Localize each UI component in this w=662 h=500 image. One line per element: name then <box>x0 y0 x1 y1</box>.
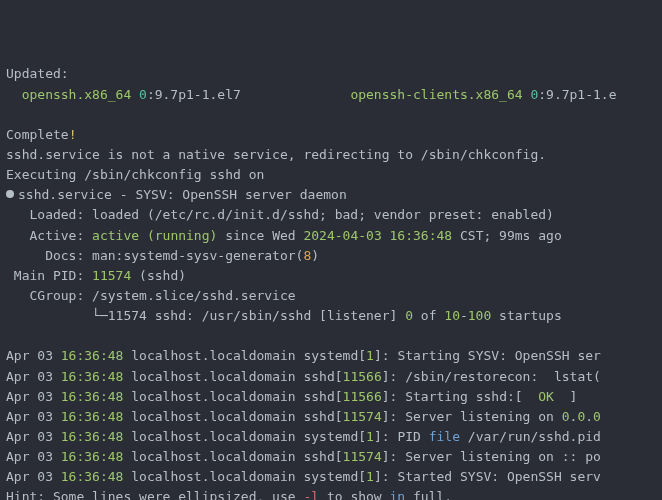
log-line-3: Apr 03 16:36:48 localhost.localdomain ss… <box>6 389 577 404</box>
terminal-output: Updated: openssh.x86_64 0:9.7p1-1.el7 op… <box>0 40 662 500</box>
line-active: Active: active (running) since Wed 2024-… <box>6 228 562 243</box>
line-mainpid: Main PID: 11574 (sshd) <box>6 268 186 283</box>
log-line-4: Apr 03 16:36:48 localhost.localdomain ss… <box>6 409 601 424</box>
line-hint: Hint: Some lines were ellipsized, use -l… <box>6 489 452 500</box>
line-exec: Executing /sbin/chkconfig sshd on <box>6 167 264 182</box>
line-loaded: Loaded: loaded (/etc/rc.d/init.d/sshd; b… <box>6 207 554 222</box>
log-line-7: Apr 03 16:36:48 localhost.localdomain sy… <box>6 469 601 484</box>
line-complete: Complete! <box>6 127 76 142</box>
line-cgroup: CGroup: /system.slice/sshd.service <box>6 288 296 303</box>
line-docs: Docs: man:systemd-sysv-generator(8) <box>6 248 319 263</box>
line-redirect: sshd.service is not a native service, re… <box>6 147 546 162</box>
log-line-5: Apr 03 16:36:48 localhost.localdomain sy… <box>6 429 601 444</box>
line-unit: sshd.service - SYSV: OpenSSH server daem… <box>6 187 347 202</box>
line-pkg: openssh.x86_64 0:9.7p1-1.el7 openssh-cli… <box>6 87 617 102</box>
log-line-2: Apr 03 16:36:48 localhost.localdomain ss… <box>6 369 601 384</box>
line-updated: Updated: <box>6 66 69 81</box>
log-line-6: Apr 03 16:36:48 localhost.localdomain ss… <box>6 449 601 464</box>
status-dot-icon <box>6 190 14 198</box>
line-cgroup-child: └─11574 sshd: /usr/sbin/sshd [listener] … <box>6 308 562 323</box>
line-blank1 <box>6 107 14 122</box>
line-blank2 <box>6 328 14 343</box>
log-line-1: Apr 03 16:36:48 localhost.localdomain sy… <box>6 348 601 363</box>
